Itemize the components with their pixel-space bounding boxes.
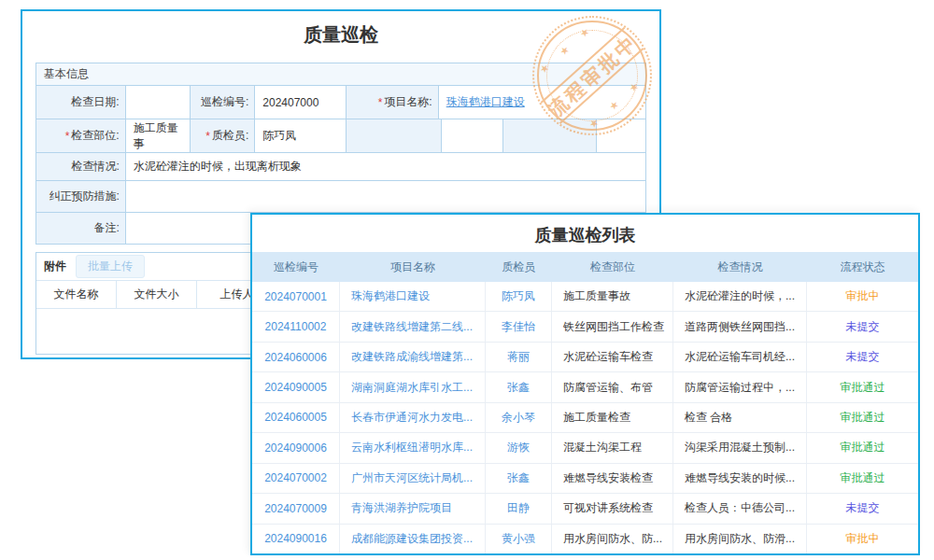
cell-project[interactable]: 长春市伊通河水力发电... — [340, 403, 486, 432]
required-asterisk: * — [205, 130, 210, 143]
cell-status: 审批通过 — [807, 403, 918, 432]
form-row-1: 检查日期: 巡检编号: 202407000 *项目名称: 珠海鹤港口建设 — [36, 86, 646, 119]
cell-part: 防腐管运输、布管 — [552, 372, 673, 401]
cell-situation: 沟渠采用混凝土预制... — [673, 433, 807, 462]
inspector-label-text: 质检员: — [212, 128, 248, 144]
cell-inspector[interactable]: 田静 — [486, 494, 552, 523]
cell-status: 审批通过 — [807, 372, 918, 401]
inspection-no-label: 巡检编号: — [191, 86, 256, 119]
empty-label-cell — [347, 119, 442, 153]
cell-status: 审批中 — [807, 282, 918, 311]
table-row[interactable]: 2024090016 成都能源建设集团投资... 黄小强 用水房间防水、防...… — [252, 525, 918, 553]
project-name-label: *项目名称: — [347, 86, 439, 119]
cell-situation: 防腐管运输过程中，... — [673, 372, 807, 401]
cell-status: 审批通过 — [807, 464, 918, 493]
col-header-part: 检查部位 — [552, 252, 673, 282]
cell-project[interactable]: 云南水利枢纽潜明水库... — [340, 433, 486, 462]
cell-inspection-no[interactable]: 2024060005 — [252, 403, 340, 432]
cell-situation: 难燃导线安装的时候... — [673, 464, 807, 493]
empty-value-cell — [597, 119, 646, 153]
table-row[interactable]: 2024060006 改建铁路成渝线增建第... 蒋丽 水泥砼运输车检查 水泥砼… — [252, 343, 918, 372]
part-field[interactable]: 施工质量事 — [126, 119, 191, 153]
cell-inspection-no[interactable]: 2024060006 — [252, 343, 340, 371]
cell-inspector[interactable]: 张鑫 — [486, 464, 552, 493]
date-field[interactable] — [126, 86, 191, 119]
cell-part: 用水房间防水、防... — [552, 525, 673, 553]
col-header-inspection-no: 巡检编号 — [252, 252, 340, 282]
project-name-field[interactable]: 珠海鹤港口建设 — [439, 86, 646, 119]
cell-inspection-no[interactable]: 2024090006 — [252, 433, 340, 462]
list-table-header: 巡检编号 项目名称 质检员 检查部位 检查情况 流程状态 — [252, 252, 918, 282]
list-title: 质量巡检列表 — [252, 215, 918, 252]
col-header-inspector: 质检员 — [486, 252, 552, 282]
cell-inspection-no[interactable]: 2024070001 — [252, 282, 340, 311]
cell-part: 水泥砼运输车检查 — [552, 343, 673, 371]
cell-status: 审批中 — [807, 525, 918, 553]
col-header-project: 项目名称 — [340, 252, 486, 282]
empty-value-cell — [442, 119, 504, 153]
required-asterisk: * — [378, 96, 383, 109]
cell-inspector[interactable]: 李佳怡 — [486, 312, 552, 341]
cell-inspection-no[interactable]: 2024070002 — [252, 464, 340, 493]
file-size-header: 文件大小 — [117, 281, 197, 308]
cell-status: 未提交 — [807, 343, 918, 371]
form-row-4: 纠正预防措施: — [36, 181, 646, 213]
cell-project[interactable]: 成都能源建设集团投资... — [340, 525, 486, 553]
table-row[interactable]: 2024090006 云南水利枢纽潜明水库... 游恢 混凝土沟渠工程 沟渠采用… — [252, 433, 918, 463]
col-header-situation: 检查情况 — [673, 252, 807, 282]
cell-situation: 水泥砼运输车司机经... — [673, 343, 807, 371]
cell-project[interactable]: 珠海鹤港口建设 — [340, 282, 486, 311]
list-rows: 2024070001 珠海鹤港口建设 陈巧凤 施工质量事故 水泥砼灌注的时候，.… — [252, 282, 918, 553]
cell-status: 未提交 — [807, 312, 918, 341]
table-row[interactable]: 2024110002 改建铁路线增建第二线... 李佳怡 铁丝网围挡工作检查 道… — [252, 312, 918, 342]
required-asterisk: * — [65, 130, 70, 143]
cell-status: 审批通过 — [807, 433, 918, 462]
inspection-list-window: 质量巡检列表 巡检编号 项目名称 质检员 检查部位 检查情况 流程状态 2024… — [250, 213, 920, 555]
cell-project[interactable]: 改建铁路成渝线增建第... — [340, 343, 486, 371]
table-row[interactable]: 2024070001 珠海鹤港口建设 陈巧凤 施工质量事故 水泥砼灌注的时候，.… — [252, 282, 918, 312]
empty-label-cell — [503, 119, 597, 153]
cell-inspection-no[interactable]: 2024110002 — [252, 312, 340, 341]
cell-inspection-no[interactable]: 2024090016 — [252, 525, 340, 553]
cell-project[interactable]: 湖南洞庭湖水库引水工... — [340, 372, 486, 401]
inspector-field[interactable]: 陈巧凤 — [255, 119, 347, 153]
cell-situation: 检查 合格 — [673, 403, 807, 432]
col-header-status: 流程状态 — [807, 252, 918, 282]
cell-inspector[interactable]: 陈巧凤 — [486, 282, 552, 311]
remarks-label: 备注: — [36, 213, 126, 245]
cell-situation: 检查人员：中德公司... — [673, 494, 807, 523]
cell-inspector[interactable]: 黄小强 — [486, 525, 552, 553]
cell-project[interactable]: 青海洪湖养护院项目 — [340, 494, 486, 523]
cell-inspector[interactable]: 余小琴 — [486, 403, 552, 432]
measures-label: 纠正预防措施: — [36, 181, 126, 213]
cell-project[interactable]: 改建铁路线增建第二线... — [340, 312, 486, 341]
project-name-link[interactable]: 珠海鹤港口建设 — [446, 94, 525, 110]
attachment-label: 附件 — [44, 259, 66, 274]
situation-label: 检查情况: — [36, 153, 126, 181]
date-label: 检查日期: — [36, 86, 126, 119]
cell-part: 铁丝网围挡工作检查 — [552, 312, 673, 341]
situation-field[interactable]: 水泥砼灌注的时候，出现离析现象 — [126, 153, 646, 181]
basic-info-header: 基本信息 — [35, 63, 646, 85]
form-title: 质量巡检 — [22, 11, 659, 49]
cell-situation: 水泥砼灌注的时候，... — [673, 282, 807, 311]
cell-inspector[interactable]: 蒋丽 — [486, 343, 552, 371]
table-row[interactable]: 2024070002 广州市天河区统计局机... 张鑫 难燃导线安装检查 难燃导… — [252, 464, 918, 494]
cell-part: 混凝土沟渠工程 — [552, 433, 673, 462]
inspection-no-field[interactable]: 202407000 — [255, 86, 347, 119]
part-label: *检查部位: — [36, 119, 126, 153]
cell-inspection-no[interactable]: 2024070009 — [252, 494, 340, 523]
project-name-label-text: 项目名称: — [384, 94, 432, 110]
cell-inspector[interactable]: 游恢 — [486, 433, 552, 462]
table-row[interactable]: 2024070009 青海洪湖养护院项目 田静 可视对讲系统检查 检查人员：中德… — [252, 494, 918, 524]
cell-situation: 用水房间防水、防滑... — [673, 525, 807, 553]
table-row[interactable]: 2024090005 湖南洞庭湖水库引水工... 张鑫 防腐管运输、布管 防腐管… — [252, 372, 918, 402]
batch-upload-button[interactable]: 批量上传 — [76, 255, 145, 278]
cell-inspection-no[interactable]: 2024090005 — [252, 372, 340, 401]
table-row[interactable]: 2024060005 长春市伊通河水力发电... 余小琴 施工质量检查 检查 合… — [252, 403, 918, 433]
cell-situation: 道路两侧铁丝网围挡... — [673, 312, 807, 341]
cell-project[interactable]: 广州市天河区统计局机... — [340, 464, 486, 493]
cell-inspector[interactable]: 张鑫 — [486, 372, 552, 401]
measures-field[interactable] — [126, 181, 646, 213]
form-row-3: 检查情况: 水泥砼灌注的时候，出现离析现象 — [36, 153, 646, 181]
